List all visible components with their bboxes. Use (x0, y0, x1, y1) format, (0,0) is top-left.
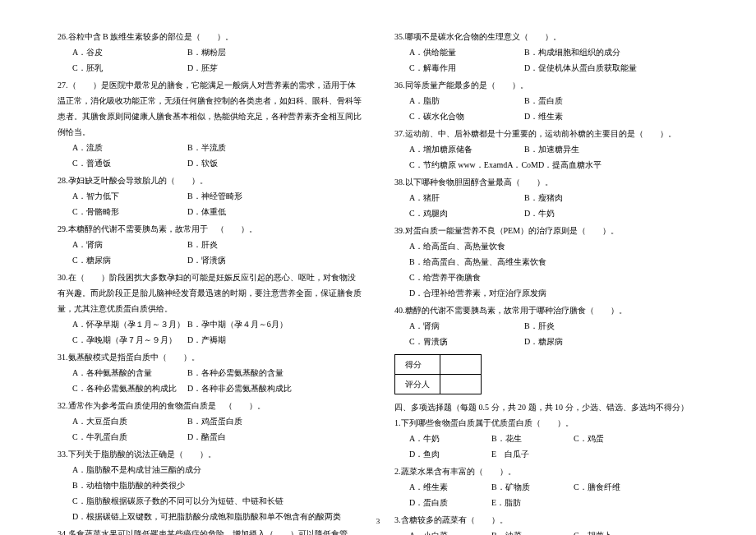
option-b: B．花生 (491, 431, 574, 446)
option-a: A．给高蛋白、高热量饮食 (409, 238, 698, 254)
option-c: C．脂肪酸根据碳原子数的不同可以分为短链、中链和长链 (72, 493, 362, 509)
option-c: C．普通饭 (72, 155, 187, 171)
question-text: 37.运动前、中、后补糖都是十分重要的，运动前补糖的主要目的是（ ）。 (394, 126, 698, 141)
grader-label: 评分人 (395, 375, 440, 394)
option-b: B．给高蛋白、高热量、高维生素饮食 (409, 254, 698, 270)
right-column: 35.哪项不是碳水化合物的生理意义（ ）。 A．供给能量 B．构成细胞和组织的成… (394, 29, 698, 535)
option-d: D．提高血糖水平 (538, 157, 653, 173)
question-text: 3.含糖较多的蔬菜有（ ）。 (394, 512, 698, 528)
option-a: A．脂肪酸不是构成甘油三酯的成分 (72, 462, 362, 477)
question-text: 36.同等质量产能最多的是（ ）。 (394, 77, 698, 93)
option-d: D．蛋白质 (409, 495, 491, 510)
question-text: 35.哪项不是碳水化合物的生理意义（ ）。 (394, 29, 698, 44)
option-d: D．体重低 (187, 204, 302, 219)
option-a: A．大豆蛋白质 (72, 413, 187, 429)
option-b: B．孕中期（孕４月～6月） (187, 316, 302, 332)
option-a: A．肾病 (409, 318, 524, 334)
option-d: D．胚芽 (187, 60, 302, 76)
option-b: B．瘦猪肉 (524, 190, 639, 205)
option-d: D．酪蛋白 (187, 429, 302, 445)
option-c: C．膳食纤维 (574, 479, 656, 495)
document-body: 26.谷粒中含 B 族维生素较多的部位是（ ）。 A．谷皮 B．糊粉层 C．胚乳… (58, 29, 698, 535)
option-b: B．矿物质 (491, 479, 574, 495)
question-35: 35.哪项不是碳水化合物的生理意义（ ）。 A．供给能量 B．构成细胞和组织的成… (394, 29, 698, 76)
option-b: B．蛋白质 (524, 93, 639, 108)
option-b: B．神经管畸形 (187, 188, 302, 204)
question-34: 34.多食蔬菜水果可以降低罹患某些癌症的危险，增加摄入（ ）可以降低食管癌、胃癌… (58, 526, 362, 535)
score-label: 得分 (395, 355, 440, 375)
option-d: D．糖尿病 (524, 334, 639, 349)
question-40: 40.糖醇的代谢不需要胰岛素，故常用于哪种治疗膳食（ ）。 A．肾病 B．肝炎 … (394, 302, 698, 349)
option-d: D．合理补给营养素，对症治疗原发病 (409, 285, 698, 301)
score-value (440, 355, 482, 375)
option-c: C．鸡蛋 (574, 431, 656, 446)
option-d: D．牛奶 (524, 205, 639, 221)
option-b: B．构成细胞和组织的成分 (524, 44, 639, 60)
question-37: 37.运动前、中、后补糖都是十分重要的，运动前补糖的主要目的是（ ）。 A．增加… (394, 126, 698, 173)
option-e: E．脂肪 (491, 495, 574, 510)
question-text: 38.以下哪种食物胆固醇含量最高（ ）。 (394, 174, 698, 190)
option-a: A．供给能量 (409, 44, 524, 60)
option-a: A．各种氨基酸的含量 (72, 365, 187, 380)
option-b: B．半流质 (187, 140, 302, 155)
question-26: 26.谷粒中含 B 族维生素较多的部位是（ ）。 A．谷皮 B．糊粉层 C．胚乳… (58, 29, 362, 76)
option-a: A．猪肝 (409, 190, 524, 205)
multi-question-2: 2.蔬菜水果含有丰富的（ ）。 A．维生素 B．矿物质 C．膳食纤维 D．蛋白质… (394, 464, 698, 510)
option-c: C．骨骼畸形 (72, 204, 187, 219)
question-text: 1.下列哪些食物蛋白质属于优质蛋白质（ ）。 (394, 415, 698, 431)
question-39: 39.对蛋白质一能量营养不良（PEM）的治疗原则是（ ）。 A．给高蛋白、高热量… (394, 223, 698, 301)
option-c: C．胚乳 (72, 60, 187, 76)
option-b: B．加速糖异生 (524, 141, 639, 157)
option-a: A．维生素 (409, 479, 491, 495)
option-d: D．鱼肉 (409, 446, 491, 462)
option-c: C．胃溃疡 (409, 334, 524, 349)
option-c: C．糖尿病 (72, 252, 187, 268)
multi-question-1: 1.下列哪些食物蛋白质属于优质蛋白质（ ）。 A．牛奶 B．花生 C．鸡蛋 D．… (394, 415, 698, 462)
question-text: 33.下列关于脂肪酸的说法正确是（ ）。 (58, 446, 362, 462)
question-31: 31.氨基酸模式是指蛋白质中（ ）。 A．各种氨基酸的含量 B．各种必需氨基酸的… (58, 349, 362, 396)
question-text: 32.通常作为参考蛋白质使用的食物蛋白质是 （ ）。 (58, 398, 362, 413)
question-32: 32.通常作为参考蛋白质使用的食物蛋白质是 （ ）。 A．大豆蛋白质 B．鸡蛋蛋… (58, 398, 362, 445)
option-a: A．怀孕早期（孕１月～３月） (72, 316, 187, 332)
option-d: D．根据碳链上双键数，可把脂肪酸分成饱和脂肪酸和单不饱含有的酸两类 (72, 509, 362, 524)
option-b: B．动植物中脂肪酸的种类很少 (72, 477, 362, 493)
option-a: A．增加糖原储备 (409, 141, 524, 157)
option-a: A．脂肪 (409, 93, 524, 108)
question-28: 28.孕妇缺乏叶酸会导致胎儿的（ ）。 A．智力低下 B．神经管畸形 C．骨骼畸… (58, 173, 362, 219)
question-text: 30.在（ ）阶段困扰大多数孕妇的可能是妊娠反应引起的恶心、呕吐，对食物没有兴趣… (58, 270, 362, 316)
question-text: 2.蔬菜水果含有丰富的（ ）。 (394, 464, 698, 479)
option-c: C．解毒作用 (409, 60, 524, 76)
option-c: C．鸡腿肉 (409, 205, 524, 221)
question-33: 33.下列关于脂肪酸的说法正确是（ ）。 A．脂肪酸不是构成甘油三酯的成分 B．… (58, 446, 362, 524)
option-a: A．肾病 (72, 237, 187, 252)
section-4-heading: 四、多项选择题（每题 0.5 分，共 20 题，共 10 分，少选、错选、多选均… (394, 399, 698, 415)
question-text: 34.多食蔬菜水果可以降低罹患某些癌症的危险，增加摄入（ ）可以降低食管癌、胃癌… (58, 526, 362, 535)
multi-question-3: 3.含糖较多的蔬菜有（ ）。 A．小白菜 B．油菜 C．胡萝卜 D．洋葱 E．藕 (394, 512, 698, 535)
option-c: C．节约糖原 www．ExamdA．CoM (409, 157, 538, 173)
question-29: 29.本糖醇的代谢不需要胰岛素，故常用于 （ ）。 A．肾病 B．肝炎 C．糖尿… (58, 221, 362, 268)
question-text: 28.孕妇缺乏叶酸会导致胎儿的（ ）。 (58, 173, 362, 188)
question-36: 36.同等质量产能最多的是（ ）。 A．脂肪 B．蛋白质 C．碳水化合物 D．维… (394, 77, 698, 124)
score-table: 得分 评分人 (394, 354, 482, 394)
option-b: B．肝炎 (187, 237, 302, 252)
option-d: D．产褥期 (187, 332, 302, 348)
option-c: C．胡萝卜 (574, 528, 656, 535)
option-a: A．智力低下 (72, 188, 187, 204)
option-b: B．各种必需氨基酸的含量 (187, 365, 302, 380)
option-c: C．碳水化合物 (409, 108, 524, 124)
option-a: A．小白菜 (409, 528, 491, 535)
question-text: 27.（ ）是医院中最常见的膳食，它能满足一般病人对营养素的需求，适用于体温正常… (58, 77, 362, 140)
option-c: C．孕晚期（孕７月～９月） (72, 332, 187, 348)
question-30: 30.在（ ）阶段困扰大多数孕妇的可能是妊娠反应引起的恶心、呕吐，对食物没有兴趣… (58, 270, 362, 348)
question-38: 38.以下哪种食物胆固醇含量最高（ ）。 A．猪肝 B．瘦猪肉 C．鸡腿肉 D．… (394, 174, 698, 221)
option-c: C．给营养平衡膳食 (409, 270, 698, 285)
option-b: B．油菜 (491, 528, 574, 535)
question-text: 26.谷粒中含 B 族维生素较多的部位是（ ）。 (58, 29, 362, 44)
question-text: 40.糖醇的代谢不需要胰岛素，故常用于哪种治疗膳食（ ）。 (394, 302, 698, 318)
page-number: 3 (376, 517, 380, 525)
option-d: D．各种非必需氨基酸构成比 (187, 380, 302, 396)
question-27: 27.（ ）是医院中最常见的膳食，它能满足一般病人对营养素的需求，适用于体温正常… (58, 77, 362, 171)
grader-value (440, 375, 482, 394)
option-a: A．牛奶 (409, 431, 491, 446)
option-a: A．谷皮 (72, 44, 187, 60)
